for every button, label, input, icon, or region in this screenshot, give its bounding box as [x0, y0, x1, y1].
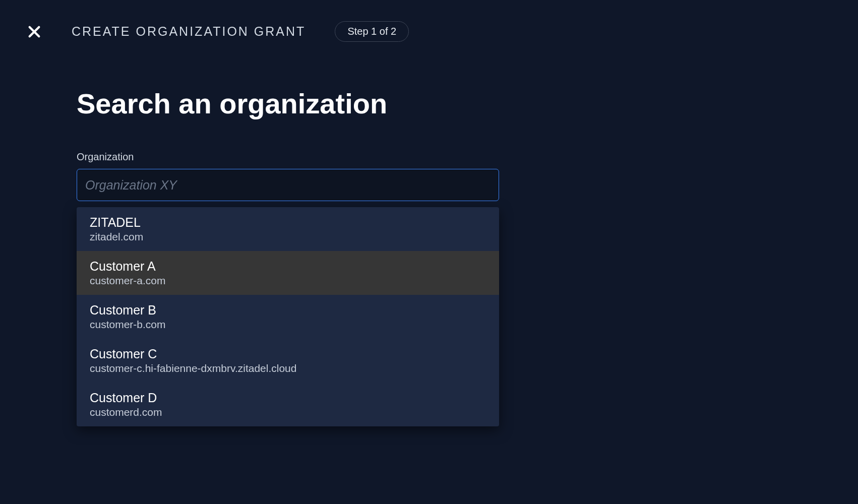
option-name: Customer A	[90, 259, 486, 274]
option-name: Customer B	[90, 303, 486, 318]
option-domain: customer-c.hi-fabienne-dxmbrv.zitadel.cl…	[90, 362, 486, 374]
option-domain: customerd.com	[90, 406, 486, 418]
header: CREATE ORGANIZATION GRANT Step 1 of 2	[0, 0, 858, 42]
header-title: CREATE ORGANIZATION GRANT	[72, 24, 305, 39]
option-domain: customer-b.com	[90, 319, 486, 331]
organization-option[interactable]: Customer Dcustomerd.com	[77, 383, 499, 426]
option-domain: customer-a.com	[90, 275, 486, 287]
option-name: ZITADEL	[90, 215, 486, 230]
close-button[interactable]	[26, 24, 42, 40]
step-badge: Step 1 of 2	[335, 21, 409, 42]
organization-input[interactable]	[77, 169, 499, 201]
organization-option[interactable]: Customer Acustomer-a.com	[77, 251, 499, 295]
close-icon	[26, 24, 42, 40]
content: Search an organization Organization ZITA…	[0, 42, 504, 426]
organization-label: Organization	[77, 151, 504, 163]
organization-option[interactable]: Customer Ccustomer-c.hi-fabienne-dxmbrv.…	[77, 339, 499, 383]
page-title: Search an organization	[77, 87, 504, 120]
option-name: Customer D	[90, 391, 486, 405]
organization-option[interactable]: ZITADELzitadel.com	[77, 207, 499, 251]
option-name: Customer C	[90, 347, 486, 361]
organization-dropdown: ZITADELzitadel.comCustomer Acustomer-a.c…	[77, 207, 499, 426]
organization-option[interactable]: Customer Bcustomer-b.com	[77, 295, 499, 339]
option-domain: zitadel.com	[90, 231, 486, 243]
